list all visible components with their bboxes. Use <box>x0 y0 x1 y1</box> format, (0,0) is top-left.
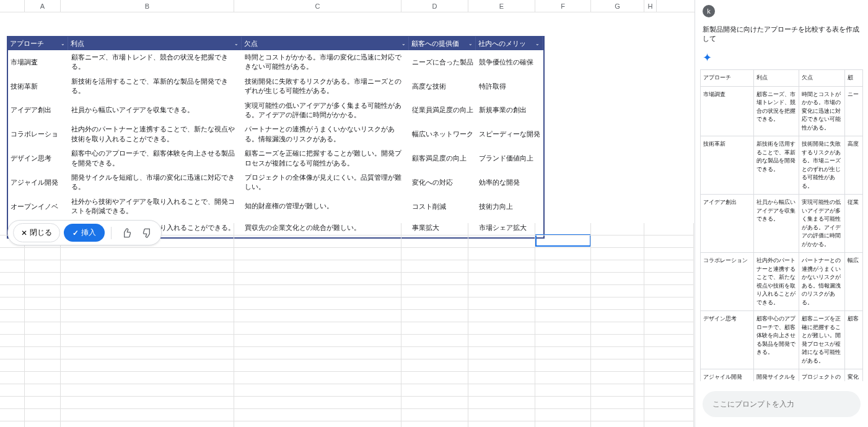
table-row[interactable]: コラボレーショ社内外のパートナーと連携することで、新たな視点や技術を取り入れるこ… <box>7 122 544 146</box>
col-header-g[interactable]: G <box>591 0 644 12</box>
col-header-b[interactable]: B <box>61 0 234 12</box>
col-header-h[interactable]: H <box>644 0 657 12</box>
sidebar-table-cell: 時間とコストがかかる。市場の変化に迅速に対応できない可能性がある。 <box>799 86 844 136</box>
header-cons[interactable]: 欠点⌄ <box>242 37 409 50</box>
table-cell[interactable]: オープンイノベ <box>8 195 69 219</box>
sidebar-table-cell: プロジェクトの全体像が見えにくい。品質管理が難しい。 <box>799 369 844 382</box>
sparkle-icon: ✦ <box>695 51 868 69</box>
sidebar-table-header: アプローチ 利点 欠点 顧 <box>701 70 863 87</box>
spreadsheet-area: A B C D E F G H アプローチ⌄ 利点⌄ 欠点⌄ 顧客への提供価⌄ … <box>0 0 695 427</box>
table-cell[interactable]: コラボレーショ <box>8 122 69 146</box>
empty-grid-region[interactable] <box>0 223 695 427</box>
table-cell[interactable]: 知的財産権の管理が難しい。 <box>242 195 410 219</box>
close-button[interactable]: 閉じる <box>13 223 60 242</box>
side-header-cons: 欠点 <box>799 70 844 87</box>
sidebar-table-cell: 顧客中心のアプローチで、顧客体験を向上させる製品を開発できる。 <box>753 311 799 369</box>
table-cell[interactable]: コスト削減 <box>410 195 476 219</box>
filter-icon[interactable]: ⌄ <box>468 41 473 46</box>
suggestion-action-bar: 閉じる 挿入 <box>7 220 162 245</box>
sidebar-table-cell: 幅広 <box>844 253 862 311</box>
table-row[interactable]: デザイン思考顧客中心のアプローチで、顧客体験を向上させる製品を開発できる。顧客ニ… <box>7 146 544 170</box>
close-icon <box>21 229 27 237</box>
table-cell[interactable]: 従業員満足度の向上 <box>410 99 476 123</box>
ai-sidebar: k 新製品開発に向けたアプローチを比較する表を作成して ✦ アプローチ 利点 欠… <box>695 0 868 427</box>
table-row[interactable]: 市場調査顧客ニーズ、市場トレンド、競合の状況を把握できる。時間とコストがかかる。… <box>7 50 544 74</box>
table-cell[interactable]: 新技術を活用することで、革新的な製品を開発できる。 <box>69 74 242 99</box>
table-cell[interactable]: 変化への対応 <box>410 170 476 195</box>
sidebar-table-row: アジャイル開発開発サイクルを短縮し、市場の変化に迅速に対応できる。プロジェクトの… <box>701 369 863 382</box>
table-row[interactable]: オープンイノベ社外から技術やアイデアを取り入れることで、開発コストを削減できる。… <box>7 195 544 219</box>
sidebar-table-cell: アイデア創出 <box>701 195 754 253</box>
table-cell[interactable]: 市場調査 <box>8 50 69 74</box>
table-cell[interactable]: デザイン思考 <box>8 146 69 170</box>
col-header-f[interactable]: F <box>535 0 591 12</box>
table-cell[interactable]: 顧客ニーズ、市場トレンド、競合の状況を把握できる。 <box>69 50 242 74</box>
table-cell[interactable]: ブランド価値向上 <box>476 146 543 170</box>
sidebar-table-cell: アジャイル開発 <box>701 369 754 382</box>
header-approach-label: アプローチ <box>10 39 44 48</box>
header-pros[interactable]: 利点⌄ <box>68 37 242 50</box>
thumbs-up-button[interactable] <box>118 224 135 242</box>
table-cell[interactable]: 開発サイクルを短縮し、市場の変化に迅速に対応できる。 <box>69 170 242 195</box>
table-cell[interactable]: 顧客中心のアプローチで、顧客体験を向上させる製品を開発できる。 <box>69 146 242 170</box>
filter-icon[interactable]: ⌄ <box>61 41 65 46</box>
data-table: アプローチ⌄ 利点⌄ 欠点⌄ 顧客への提供価⌄ 社内へのメリッ⌄ 市場調査顧客ニ… <box>7 36 545 239</box>
table-cell[interactable]: スピーディーな開発 <box>476 122 543 146</box>
table-cell[interactable]: 技術力向上 <box>476 195 543 219</box>
col-header-c[interactable]: C <box>234 0 401 12</box>
table-cell[interactable]: 高度な技術 <box>410 74 476 99</box>
prompt-input[interactable] <box>703 391 861 417</box>
sidebar-table-row: 市場調査顧客ニーズ、市場トレンド、競合の状況を把握できる。時間とコストがかかる。… <box>701 86 863 136</box>
filter-icon[interactable]: ⌄ <box>401 41 406 46</box>
thumbs-down-button[interactable] <box>139 224 156 242</box>
filter-icon[interactable]: ⌄ <box>535 41 540 46</box>
sidebar-table-row: コラボレーション社内外のパートナーと連携することで、新たな視点や技術を取り入れる… <box>701 253 863 311</box>
header-cons-label: 欠点 <box>244 39 258 48</box>
table-cell[interactable]: 実現可能性の低いアイデアが多く集まる可能性がある。アイデアの評価に時間がかかる。 <box>242 99 410 123</box>
table-cell[interactable]: 特許取得 <box>476 74 543 99</box>
header-customer[interactable]: 顧客への提供価⌄ <box>409 37 476 50</box>
table-cell[interactable]: 顧客満足度の向上 <box>410 146 476 170</box>
sidebar-table-row: アイデア創出社員から幅広いアイデアを収集できる。実現可能性の低いアイデアが多く集… <box>701 195 863 253</box>
table-cell[interactable]: プロジェクトの全体像が見えにくい。品質管理が難しい。 <box>242 170 410 195</box>
sidebar-table-row: デザイン思考顧客中心のアプローチで、顧客体験を向上させる製品を開発できる。顧客ニ… <box>701 311 863 369</box>
select-all-corner[interactable] <box>0 0 25 12</box>
insert-button[interactable]: 挿入 <box>64 224 105 242</box>
user-avatar: k <box>703 5 715 17</box>
col-header-e[interactable]: E <box>468 0 535 12</box>
table-row[interactable]: アイデア創出社員から幅広いアイデアを収集できる。実現可能性の低いアイデアが多く集… <box>7 99 544 123</box>
table-cell[interactable]: 効率的な開発 <box>476 170 543 195</box>
sidebar-table-cell: 変化 <box>844 369 862 382</box>
table-cell[interactable]: パートナーとの連携がうまくいかないリスクがある。情報漏洩のリスクがある。 <box>242 122 410 146</box>
table-cell[interactable]: アイデア創出 <box>8 99 69 123</box>
sidebar-table-cell: 顧客ニーズ、市場トレンド、競合の状況を把握できる。 <box>753 86 799 136</box>
table-cell[interactable]: 競争優位性の確保 <box>476 50 543 74</box>
sidebar-header: k <box>695 0 868 22</box>
sidebar-table-cell: 市場調査 <box>701 86 754 136</box>
sidebar-table-cell: 顧客ニーズを正確に把握することが難しい。開発プロセスが複雑になる可能性がある。 <box>799 311 844 369</box>
header-pros-label: 利点 <box>71 39 84 48</box>
table-cell[interactable]: 顧客ニーズを正確に把握することが難しい。開発プロセスが複雑になる可能性がある。 <box>242 146 410 170</box>
table-cell[interactable]: 技術開発に失敗するリスクがある。市場ニーズとのずれが生じる可能性がある。 <box>242 74 410 99</box>
table-cell[interactable]: 幅広いネットワーク <box>410 122 476 146</box>
header-internal[interactable]: 社内へのメリッ⌄ <box>476 37 543 50</box>
check-icon <box>72 229 79 237</box>
table-row[interactable]: アジャイル開発開発サイクルを短縮し、市場の変化に迅速に対応できる。プロジェクトの… <box>7 170 544 195</box>
table-cell[interactable]: 時間とコストがかかる。市場の変化に迅速に対応できない可能性がある。 <box>242 50 410 74</box>
sidebar-table-wrap: アプローチ 利点 欠点 顧 市場調査顧客ニーズ、市場トレンド、競合の状況を把握で… <box>695 69 868 381</box>
sidebar-table-cell: 従業 <box>844 195 862 253</box>
close-label: 閉じる <box>30 227 52 238</box>
table-cell[interactable]: アジャイル開発 <box>8 170 69 195</box>
filter-icon[interactable]: ⌄ <box>234 41 239 46</box>
table-cell[interactable]: 技術革新 <box>8 74 69 99</box>
col-header-a[interactable]: A <box>25 0 61 12</box>
side-header-pros: 利点 <box>753 70 799 87</box>
table-row[interactable]: 技術革新新技術を活用することで、革新的な製品を開発できる。技術開発に失敗するリス… <box>7 74 544 99</box>
table-cell[interactable]: 社員から幅広いアイデアを収集できる。 <box>69 99 242 123</box>
table-cell[interactable]: 社内外のパートナーと連携することで、新たな視点や技術を取り入れることができる。 <box>69 122 242 146</box>
table-cell[interactable]: ニーズに合った製品 <box>410 50 476 74</box>
col-header-d[interactable]: D <box>401 0 468 12</box>
header-approach[interactable]: アプローチ⌄ <box>7 37 68 50</box>
table-cell[interactable]: 社外から技術やアイデアを取り入れることで、開発コストを削減できる。 <box>69 195 242 219</box>
table-cell[interactable]: 新規事業の創出 <box>476 99 543 123</box>
